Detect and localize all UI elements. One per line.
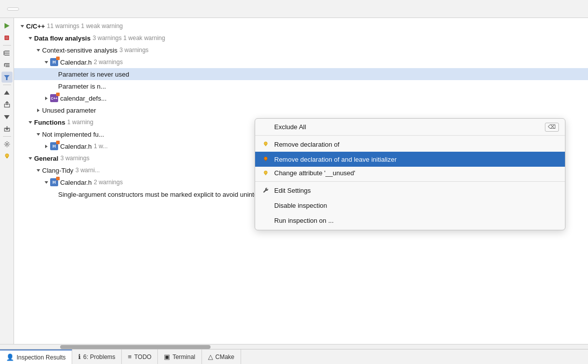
- svg-marker-23: [29, 37, 32, 40]
- bottom-tab-todo[interactable]: ≡TODO: [122, 349, 158, 364]
- context-menu-item[interactable]: Run inspection on ...: [255, 213, 565, 228]
- tree-item-count: 3 warnings: [119, 47, 148, 54]
- tree-arrow-icon[interactable]: [42, 178, 50, 186]
- tree-arrow-icon[interactable]: [42, 94, 50, 102]
- tree-item[interactable]: C++calendar_defs...: [14, 92, 588, 104]
- svg-rect-35: [265, 145, 266, 145]
- tree-item[interactable]: C/C++11 warnings 1 weak warning: [14, 20, 588, 32]
- svg-marker-22: [21, 25, 24, 28]
- tree-arrow-icon[interactable]: [34, 46, 42, 54]
- tree-item-count: 11 warnings 1 weak warning: [47, 23, 123, 30]
- context-menu-item[interactable]: Disable inspection: [255, 198, 565, 213]
- svg-point-19: [5, 154, 9, 157]
- h-file-icon: H: [50, 178, 58, 186]
- tree-item-count: 1 warning: [67, 119, 93, 126]
- bottom-tab-terminal[interactable]: ▣Terminal: [158, 349, 202, 364]
- tree-item[interactable]: HCalendar.h2 warnings: [14, 56, 588, 68]
- bottom-tab-icon: △: [208, 353, 213, 360]
- svg-marker-26: [45, 97, 48, 100]
- svg-rect-38: [265, 160, 266, 160]
- tree-arrow-icon[interactable]: [26, 34, 34, 42]
- menu-item-label: Disable inspection: [274, 202, 559, 209]
- quick-fix-button[interactable]: [2, 151, 13, 162]
- tree-item-label: Unused parameter: [42, 107, 96, 114]
- header-tab[interactable]: [7, 8, 19, 11]
- svg-rect-2: [6, 36, 9, 39]
- tree-area[interactable]: C/C++11 warnings 1 weak warningData flow…: [14, 18, 588, 344]
- tree-item[interactable]: Data flow analysis3 warnings 1 weak warn…: [14, 32, 588, 44]
- tree-item[interactable]: Parameter is never used: [14, 68, 588, 80]
- svg-marker-12: [4, 91, 10, 95]
- svg-marker-32: [37, 169, 40, 172]
- svg-marker-30: [45, 145, 48, 148]
- context-menu-item[interactable]: Exclude All⌫: [255, 121, 565, 136]
- tree-arrow-icon[interactable]: [42, 142, 50, 150]
- bottom-tab-icon: ℹ: [78, 353, 81, 360]
- svg-marker-29: [37, 133, 40, 136]
- navigate-down-button[interactable]: [2, 111, 13, 122]
- svg-marker-15: [4, 115, 10, 119]
- bottom-tab-icon: ▣: [164, 353, 170, 360]
- tree-item[interactable]: Parameter is n...: [14, 80, 588, 92]
- horizontal-scrollbar[interactable]: [0, 344, 588, 349]
- bulb-orange-icon: [261, 156, 270, 163]
- svg-marker-27: [37, 109, 40, 112]
- tree-arrow-icon[interactable]: [34, 166, 42, 174]
- stop-button[interactable]: [2, 32, 13, 43]
- cpp-file-icon: C++: [50, 94, 58, 103]
- bottom-tab-bar: 👤Inspection Resultsℹ6: Problems≡TODO▣Ter…: [0, 349, 588, 364]
- context-menu-item[interactable]: Remove declaration of: [255, 137, 565, 152]
- bottom-tab-label: Inspection Results: [17, 354, 66, 361]
- expand-all-button[interactable]: [2, 48, 13, 59]
- tree-item-label: calendar_defs...: [60, 95, 107, 102]
- tree-item-label: Parameter is never used: [58, 71, 129, 78]
- tree-arrow-icon[interactable]: [26, 154, 34, 162]
- bottom-tab-6--problems[interactable]: ℹ6: Problems: [72, 349, 122, 364]
- tree-item-count: 3 warnings: [60, 155, 89, 162]
- tree-arrow-icon[interactable]: [18, 22, 26, 30]
- import-button[interactable]: [2, 123, 13, 134]
- tree-item-count: 3 warni...: [75, 167, 100, 174]
- scrollbar-thumb[interactable]: [60, 345, 211, 349]
- collapse-button[interactable]: [2, 60, 13, 71]
- svg-marker-33: [45, 181, 48, 184]
- tree-item[interactable]: Context-sensitive analysis3 warnings: [14, 44, 588, 56]
- navigate-up-button[interactable]: [2, 87, 13, 98]
- tree-arrow-icon[interactable]: [34, 106, 42, 114]
- tree-arrow-icon[interactable]: [42, 58, 50, 66]
- svg-rect-36: [265, 146, 267, 146]
- settings-button[interactable]: [2, 139, 13, 150]
- main-area: C/C++11 warnings 1 weak warningData flow…: [0, 18, 588, 344]
- menu-item-label: Exclude All: [274, 123, 541, 131]
- export-button[interactable]: [2, 99, 13, 110]
- svg-marker-31: [29, 157, 32, 160]
- tree-item[interactable]: Unused parameter: [14, 104, 588, 116]
- filter-button[interactable]: [2, 72, 13, 83]
- bottom-tab-label: TODO: [134, 353, 151, 360]
- tree-item-label: Not implemented fu...: [42, 131, 104, 138]
- tree-arrow-icon[interactable]: [34, 130, 42, 138]
- bulb-yellow-icon: [261, 170, 270, 177]
- tree-item-label: General: [34, 155, 58, 162]
- tree-arrow-icon[interactable]: [26, 118, 34, 126]
- svg-marker-25: [45, 61, 48, 64]
- tree-item-label: Calendar.h: [60, 59, 92, 66]
- context-menu-item[interactable]: Edit Settings: [255, 183, 565, 198]
- tree-item-label: Calendar.h: [60, 179, 92, 186]
- svg-point-37: [264, 157, 267, 160]
- svg-rect-42: [265, 174, 267, 175]
- left-toolbar: [0, 18, 14, 344]
- context-menu-item[interactable]: Remove declaration of and leave initiali…: [255, 152, 565, 167]
- svg-marker-28: [29, 121, 32, 124]
- h-file-icon: H: [50, 58, 58, 66]
- bottom-tab-cmake[interactable]: △CMake: [202, 349, 241, 364]
- bottom-tab-inspection-results[interactable]: 👤Inspection Results: [0, 349, 72, 364]
- play-button[interactable]: [2, 20, 13, 31]
- menu-item-label: Edit Settings: [274, 187, 559, 194]
- svg-rect-41: [265, 174, 266, 174]
- menu-item-label: Run inspection on ...: [274, 217, 559, 224]
- svg-rect-39: [265, 161, 267, 161]
- svg-marker-11: [4, 75, 10, 80]
- context-menu-item[interactable]: Change attribute '__unused': [255, 167, 565, 182]
- tree-item-count: 2 warnings: [94, 59, 123, 66]
